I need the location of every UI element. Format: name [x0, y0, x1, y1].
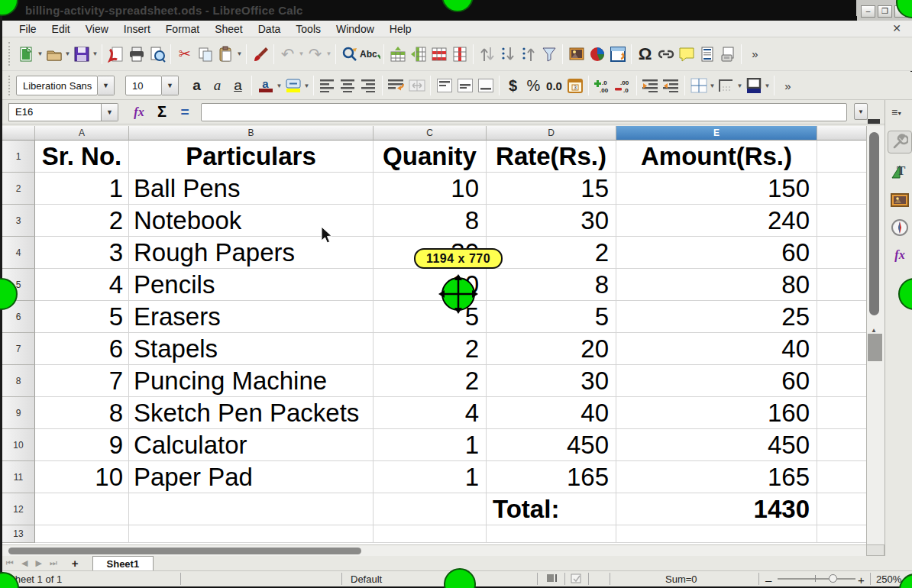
column-header-d[interactable]: D [487, 126, 616, 141]
decrease-indent-icon[interactable] [661, 76, 681, 95]
row-number[interactable]: 3 [2, 205, 35, 237]
sidebar-navigator-icon[interactable] [888, 216, 912, 239]
name-box-dropdown-icon[interactable]: ▼ [102, 103, 118, 121]
save-dropdown-icon[interactable]: ▼ [92, 44, 99, 64]
row-number[interactable]: 13 [2, 525, 35, 543]
spelling-icon[interactable]: Abc [360, 44, 380, 64]
column-header-e-selected[interactable]: E [616, 126, 817, 141]
sidebar-properties-icon[interactable] [888, 131, 912, 153]
row-number[interactable]: 12 [2, 493, 35, 525]
borders-dropdown-icon[interactable]: ▼ [709, 76, 716, 95]
highlight-color-icon[interactable] [283, 76, 303, 95]
column-header-f-partial[interactable] [817, 126, 866, 141]
align-top-icon[interactable] [434, 76, 454, 95]
percent-format-icon[interactable]: % [523, 76, 544, 95]
menu-window[interactable]: Window [328, 21, 382, 37]
row-number[interactable]: 11 [2, 461, 35, 493]
merge-cells-icon[interactable] [406, 76, 427, 95]
increase-indent-icon[interactable] [640, 76, 661, 95]
print-icon[interactable] [126, 44, 147, 64]
maximize-button[interactable]: ❐ [878, 5, 892, 18]
formula-input[interactable] [201, 103, 847, 121]
autofilter-icon[interactable] [538, 44, 559, 64]
highlight-color-dropdown-icon[interactable]: ▼ [303, 76, 310, 95]
menu-format[interactable]: Format [158, 21, 207, 37]
function-wizard-icon[interactable]: fx [128, 102, 150, 122]
zoom-slider-knob[interactable] [829, 574, 837, 583]
undo-dropdown-icon[interactable]: ▼ [298, 44, 305, 64]
next-sheet-icon[interactable]: ▶ [31, 558, 45, 568]
headers-footers-icon[interactable] [697, 44, 717, 64]
font-color-icon[interactable]: a [255, 76, 276, 95]
toolbar-overflow-icon[interactable]: » [745, 44, 765, 64]
corner-header[interactable] [2, 126, 35, 141]
font-name-dropdown-icon[interactable]: ▼ [98, 76, 115, 95]
delete-decimal-icon[interactable]: .00.0 [613, 76, 633, 95]
previous-sheet-icon[interactable]: ◀ [18, 558, 31, 568]
document-modified-icon[interactable] [571, 573, 581, 586]
page-style[interactable]: Default [351, 573, 382, 585]
insert-object-icon[interactable] [607, 44, 628, 64]
zoom-in-icon[interactable]: + [858, 573, 865, 586]
insert-row-icon[interactable] [387, 44, 408, 64]
paste-dropdown-icon[interactable]: ▼ [236, 44, 243, 64]
menu-view[interactable]: View [78, 21, 116, 37]
sidebar-styles-icon[interactable]: T [888, 160, 912, 183]
row-number[interactable]: 2 [2, 173, 35, 205]
date-format-icon[interactable]: 3 [564, 76, 585, 95]
wrap-text-icon[interactable] [386, 76, 406, 95]
find-replace-icon[interactable] [339, 44, 360, 64]
sort-descending-icon[interactable] [518, 44, 538, 64]
number-format-icon[interactable]: 0.0 [544, 76, 564, 95]
last-sheet-icon[interactable]: ⏭ [46, 558, 61, 568]
bold-icon[interactable]: a [186, 76, 207, 95]
open-icon[interactable] [44, 44, 64, 64]
font-color-dropdown-icon[interactable]: ▼ [276, 76, 283, 95]
italic-icon[interactable]: a [207, 76, 228, 95]
formula-bar-expand-icon[interactable]: ▼ [854, 103, 868, 120]
border-style-dropdown-icon[interactable]: ▼ [736, 76, 743, 95]
clone-formatting-icon[interactable] [250, 44, 270, 64]
column-header-b[interactable]: B [129, 126, 374, 141]
open-dropdown-icon[interactable]: ▼ [64, 44, 71, 64]
export-pdf-icon[interactable] [105, 44, 126, 64]
add-decimal-icon[interactable]: .0.00 [592, 76, 613, 95]
menu-edit[interactable]: Edit [44, 21, 78, 37]
zoom-slider[interactable] [778, 578, 855, 580]
delete-row-icon[interactable] [429, 44, 449, 64]
vertical-scrollbar[interactable]: ▲ [866, 126, 885, 544]
cut-icon[interactable]: ✂ [174, 44, 195, 64]
save-icon[interactable] [71, 44, 92, 64]
align-right-icon[interactable] [358, 76, 379, 95]
font-size-dropdown-icon[interactable]: ▼ [162, 76, 179, 95]
new-document-icon[interactable] [16, 44, 37, 64]
align-left-icon[interactable] [317, 76, 338, 95]
menu-file[interactable]: File [11, 21, 44, 37]
selection-mode-icon[interactable] [546, 573, 558, 585]
close-document-icon[interactable]: ✕ [892, 22, 901, 34]
sort-ascending-icon[interactable] [497, 44, 518, 64]
menu-tools[interactable]: Tools [288, 21, 328, 37]
align-center-icon[interactable] [338, 76, 358, 95]
align-bottom-icon[interactable] [475, 76, 496, 95]
sidebar-gallery-icon[interactable] [888, 189, 912, 212]
new-dropdown-icon[interactable]: ▼ [37, 44, 44, 64]
sheet-tab-sheet1[interactable]: Sheet1 [92, 556, 154, 570]
insert-image-icon[interactable] [566, 44, 587, 64]
print-preview-icon[interactable] [147, 44, 167, 64]
special-character-icon[interactable]: Ω [635, 44, 655, 64]
align-vcenter-icon[interactable] [454, 76, 475, 95]
formatting-overflow-icon[interactable]: » [778, 76, 798, 95]
minimize-button[interactable]: – [861, 5, 875, 18]
zoom-out-icon[interactable]: – [765, 573, 771, 586]
add-sheet-icon[interactable]: + [61, 557, 86, 570]
insert-chart-icon[interactable] [587, 44, 607, 64]
background-color-dropdown-icon[interactable]: ▼ [764, 76, 771, 95]
underline-icon[interactable]: a [228, 76, 248, 95]
vertical-scrollbar-thumb[interactable] [869, 132, 879, 315]
row-number[interactable]: 1 [2, 141, 35, 173]
equals-icon[interactable]: = [173, 102, 196, 122]
sort-icon[interactable] [477, 44, 497, 64]
insert-comment-icon[interactable] [676, 44, 697, 64]
currency-format-icon[interactable]: $ [503, 76, 523, 95]
